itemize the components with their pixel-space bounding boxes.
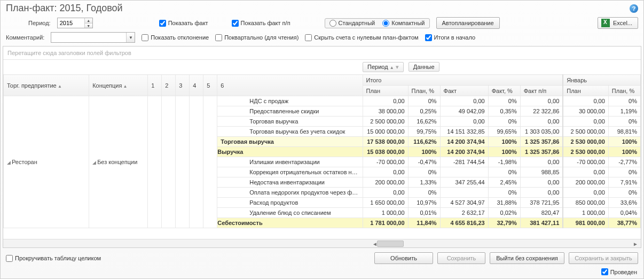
cell-jplan: 30 000,00 (563, 106, 608, 117)
col-4[interactable]: 4 (190, 75, 203, 96)
cell-fact: 4 655 816,23 (440, 218, 488, 228)
filter-drop-area[interactable]: Перетащите сюда заголовки полей фильтров (3, 46, 641, 60)
excel-icon (601, 19, 610, 27)
cell-factpp: 0,00 (520, 177, 563, 188)
comment-input[interactable] (51, 34, 126, 41)
cell-factp: 100% (488, 137, 520, 147)
cell-planp: 0,25% (408, 106, 440, 117)
col-1[interactable]: 1 (148, 75, 162, 96)
done-checkbox[interactable]: Проведен (601, 268, 637, 275)
tree-concept[interactable]: ◢Без концепции (89, 96, 148, 228)
totals-first-checkbox[interactable]: Итоги в начало (425, 34, 476, 41)
scroll-whole-checkbox[interactable]: Прокручивать таблицу целиком (6, 255, 101, 262)
row-name: Расход продуктов (217, 198, 363, 208)
quarterly-checkbox[interactable]: Поквартально (для чтения) (215, 34, 299, 41)
col-factpp[interactable]: Факт п/п (520, 86, 563, 96)
col-group-yanvar[interactable]: Январь (563, 75, 640, 86)
row-name: Удаление блюд со списанием (217, 208, 363, 218)
pivot-table: Период ▲ ▾ Данные Торг. предприятие Конц… (3, 60, 641, 228)
cell-planp: 0% (408, 96, 440, 106)
cell-jplanp: 0% (608, 188, 640, 198)
row-name: Недостача инвентаризации (217, 177, 363, 188)
cell-factpp: 0,00 (520, 117, 563, 127)
save-button[interactable]: Сохранить (437, 252, 485, 264)
cell-planp: 0,01% (408, 208, 440, 218)
spin-down-icon[interactable]: ▼ (85, 23, 92, 28)
grid: Период ▲ ▾ Данные Торг. предприятие Конц… (3, 60, 641, 239)
col-planp[interactable]: План, % (408, 86, 440, 96)
cell-factpp: 1 325 357,86 (520, 137, 563, 147)
autoplan-button[interactable]: Автопланирование (436, 17, 500, 29)
radio-compact[interactable]: Компактный (382, 20, 425, 27)
col-3[interactable]: 3 (176, 75, 190, 96)
cell-factpp: 1 303 035,00 (520, 127, 563, 137)
cell-planp: 16,62% (408, 117, 440, 127)
scroll-thumb[interactable] (377, 241, 404, 247)
cell-jplanp: -2,77% (608, 157, 640, 167)
row-name: Торговая выручка (217, 137, 363, 147)
comment-label: Комментарий: (6, 34, 44, 41)
scroll-right-icon[interactable]: ► (631, 239, 640, 248)
cell-factp: 2,45% (488, 177, 520, 188)
period-column-button[interactable]: Период ▲ ▾ (363, 62, 404, 72)
cell-planp: 116,62% (408, 137, 440, 147)
hide-zero-checkbox[interactable]: Скрыть счета с нулевым план-фактом (305, 34, 418, 41)
row-name: НДС с продаж (217, 96, 363, 106)
cell-plan: 1 650 000,00 (363, 198, 408, 208)
table-row[interactable]: ◢Ресторан◢Без концепцииНДС с продаж0,000… (4, 96, 641, 106)
cell-planp: 0% (408, 167, 440, 177)
spin-up-icon[interactable]: ▲ (85, 18, 92, 23)
col-2[interactable]: 2 (162, 75, 176, 96)
show-deviation-checkbox[interactable]: Показать отклонение (142, 34, 209, 41)
footer: Прокручивать таблицу целиком Обновить Со… (1, 248, 643, 268)
refresh-button[interactable]: Обновить (374, 252, 433, 264)
period-spinner[interactable]: ▲ ▼ (57, 18, 93, 28)
help-icon[interactable]: ? (630, 4, 638, 13)
row-name: Торговая выручка (217, 117, 363, 127)
save-close-button[interactable]: Сохранить и закрыть (569, 252, 638, 264)
cell-factpp: 1 325 357,86 (520, 147, 563, 157)
cell-factp: 31,88% (488, 198, 520, 208)
chevron-down-icon[interactable]: ▼ (126, 33, 135, 42)
radio-standard[interactable]: Стандартный (329, 20, 375, 27)
col-jplanp[interactable]: План, % (608, 86, 640, 96)
cell-fact: 2 632,17 (440, 208, 488, 218)
show-fact-checkbox[interactable]: Показать факт (159, 20, 208, 27)
col-concept[interactable]: Концепция (89, 75, 148, 96)
col-6[interactable]: 6 (217, 75, 363, 96)
cell-factpp: 22 322,86 (520, 106, 563, 117)
cell-plan: 2 500 000,00 (363, 117, 408, 127)
row-name: Торговая выручка без учета скидок (217, 127, 363, 137)
cell-fact: 14 151 332,85 (440, 127, 488, 137)
col-factp[interactable]: Факт, % (488, 86, 520, 96)
comment-combo[interactable]: ▼ (51, 32, 135, 43)
cell-planp: 99,75% (408, 127, 440, 137)
toolbar-row-1: Период: ▲ ▼ Показать факт Показать факт … (1, 15, 643, 31)
cell-planp: 1,33% (408, 177, 440, 188)
cell-planp: 0% (408, 188, 440, 198)
cell-fact (440, 167, 488, 177)
col-5[interactable]: 5 (203, 75, 217, 96)
col-group-itogo[interactable]: Итого (363, 75, 563, 86)
cell-plan: -70 000,00 (363, 157, 408, 167)
cell-plan: 15 000 000,00 (363, 127, 408, 137)
cell-jplan: 0,00 (563, 167, 608, 177)
cell-fact (440, 188, 488, 198)
period-input[interactable] (58, 18, 84, 28)
excel-button[interactable]: Excel... (598, 17, 638, 29)
cell-factp: 0% (488, 167, 520, 177)
col-fact[interactable]: Факт (440, 86, 488, 96)
data-column-button[interactable]: Данные (409, 62, 439, 72)
show-fact-pp-checkbox[interactable]: Показать факт п/п (232, 20, 290, 27)
exit-nosave-button[interactable]: Выйти без сохранения (490, 252, 564, 264)
cell-factp: 0% (488, 96, 520, 106)
app-window: План-факт: 2015, Годовой ? Период: ▲ ▼ П… (0, 0, 644, 279)
col-plan[interactable]: План (363, 86, 408, 96)
tree-enterprise[interactable]: ◢Ресторан (4, 96, 89, 228)
col-jplan[interactable]: План (563, 86, 608, 96)
cell-jplanp: 100% (608, 147, 640, 157)
col-enterprise[interactable]: Торг. предприятие (4, 75, 89, 96)
horizontal-scrollbar[interactable]: ◄ ► (3, 239, 641, 247)
cell-factp: 100% (488, 147, 520, 157)
cell-factpp: 820,47 (520, 208, 563, 218)
